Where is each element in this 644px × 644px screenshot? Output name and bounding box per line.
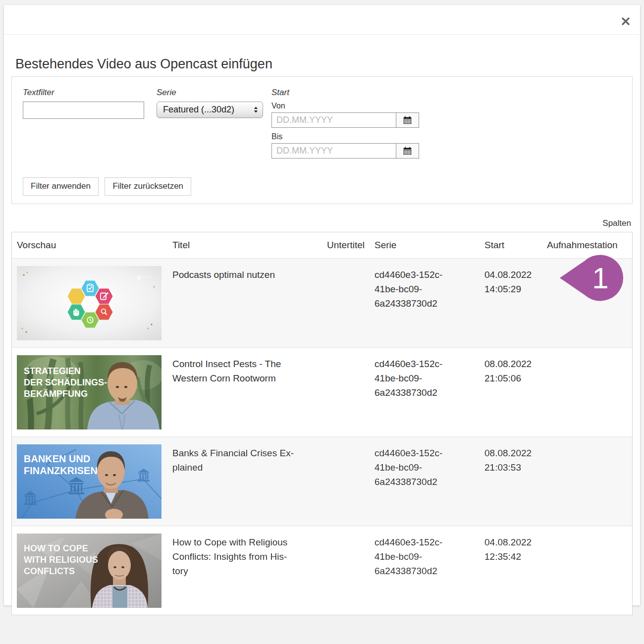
thumb-title-line: CONFLICTS (24, 566, 75, 576)
textfilter-label: Textfilter (23, 88, 157, 98)
video-title: Control Insect Pests - The Western Corn … (172, 355, 319, 429)
columns-menu-button[interactable]: Spalten (602, 218, 631, 228)
date-from-group (271, 112, 419, 128)
video-serie: cd4460e3-152c- 41be-bc09- 6a24338730d2 (375, 444, 483, 519)
textfilter-input[interactable] (23, 102, 144, 119)
bis-label: Bis (271, 132, 420, 141)
table-row[interactable]: HOW TO COPE WITH RELIGIOUS CONFLICTS How… (12, 526, 632, 615)
thumbnail-religious-conflicts: HOW TO COPE WITH RELIGIOUS CONFLICTS (17, 534, 161, 608)
table-header-row: Vorschau Titel Untertitel Serie Start Au… (12, 232, 632, 258)
columns-menu: Spalten (13, 218, 631, 228)
start-label: Start (271, 88, 420, 98)
video-start: 08.08.2022 21:03:53 (483, 444, 547, 519)
col-header-aufnahmestation: Aufnahmestation (547, 239, 633, 251)
calendar-icon (403, 147, 412, 155)
step-marker: 1 (558, 253, 624, 303)
university-logo: u (137, 274, 141, 281)
presenter-photo (91, 544, 148, 608)
date-from-input[interactable] (272, 113, 396, 127)
calendar-icon (403, 116, 412, 124)
dialog-body: Bestehendes Video aus Opencast einfügen … (4, 56, 640, 615)
marker-shape (560, 255, 623, 301)
select-arrows-icon (254, 107, 258, 113)
video-untertitel (319, 266, 375, 340)
date-to-calendar-button[interactable] (396, 144, 419, 158)
video-start: 08.08.2022 21:05:06 (483, 355, 547, 429)
filter-panel: Textfilter Serie Featured (...30d2) Star… (11, 76, 633, 204)
thumb-title-line: HOW TO COPE (24, 543, 88, 553)
thumb-title-line: FINANZKRISEN (24, 465, 98, 476)
thumb-title-line: DER SCHÄDLINGS- (24, 377, 107, 387)
thumbnail-banks: BANKEN UND FINANZKRISEN (17, 444, 161, 519)
col-header-untertitel: Untertitel (319, 239, 375, 251)
date-to-input[interactable] (272, 144, 396, 158)
serie-select[interactable]: Featured (...30d2) (157, 102, 263, 118)
apply-filter-button[interactable]: Filter anwenden (23, 177, 99, 196)
video-serie: cd4460e3-152c- 41be-bc09- 6a24338730d2 (375, 534, 483, 608)
table-row[interactable]: u (12, 258, 632, 347)
col-header-serie: Serie (375, 239, 483, 251)
close-icon[interactable] (621, 17, 630, 26)
page-title: Bestehendes Video aus Opencast einfügen (15, 56, 633, 72)
marker-number: 1 (592, 262, 608, 295)
video-untertitel (319, 355, 375, 429)
video-aufnahmestation (547, 444, 633, 519)
thumb-title-line: BANKEN UND (24, 453, 90, 464)
table-row[interactable]: STRATEGIEN DER SCHÄDLINGS- BEKÄMPFUNG Co… (12, 347, 632, 436)
dialog-header (4, 5, 640, 35)
video-serie: cd4460e3-152c- 41be-bc09- 6a24338730d2 (375, 355, 483, 429)
date-to-group (271, 143, 419, 159)
video-aufnahmestation (547, 534, 633, 608)
date-from-calendar-button[interactable] (396, 113, 419, 127)
thumb-title-line: STRATEGIEN (24, 366, 81, 376)
table-row[interactable]: BANKEN UND FINANZKRISEN Banks & Financia… (12, 436, 632, 526)
reset-filter-button[interactable]: Filter zurücksetzen (105, 177, 191, 196)
col-header-vorschau: Vorschau (12, 239, 172, 251)
video-title: Podcasts optimal nutzen (172, 266, 319, 340)
serie-select-value: Featured (...30d2) (163, 105, 234, 115)
video-serie: cd4460e3-152c- 41be-bc09- 6a24338730d2 (375, 266, 483, 340)
thumb-title-line: BEKÄMPFUNG (24, 389, 88, 399)
video-untertitel (319, 444, 375, 519)
page: { "modal": { "title": "Bestehendes Video… (0, 0, 644, 644)
video-aufnahmestation (547, 355, 633, 429)
thumb-title-line: WITH RELIGIOUS (24, 555, 98, 565)
opencast-insert-dialog: Bestehendes Video aus Opencast einfügen … (4, 5, 640, 605)
thumbnail-podcasts: u (17, 266, 161, 340)
video-start: 04.08.2022 12:35:42 (483, 534, 547, 608)
col-header-start: Start (483, 239, 547, 251)
thumbnail-insect-pests: STRATEGIEN DER SCHÄDLINGS- BEKÄMPFUNG (17, 355, 161, 429)
video-title: Banks & Financial Crises Ex- plained (172, 444, 319, 519)
von-label: Von (271, 102, 420, 110)
video-title: How to Cope with Religious Conflicts: In… (172, 534, 319, 608)
video-table: Vorschau Titel Untertitel Serie Start Au… (11, 232, 633, 615)
video-start: 04.08.2022 14:05:29 (483, 266, 547, 340)
video-untertitel (319, 534, 375, 608)
col-header-titel: Titel (172, 239, 319, 251)
serie-label: Serie (157, 88, 271, 98)
